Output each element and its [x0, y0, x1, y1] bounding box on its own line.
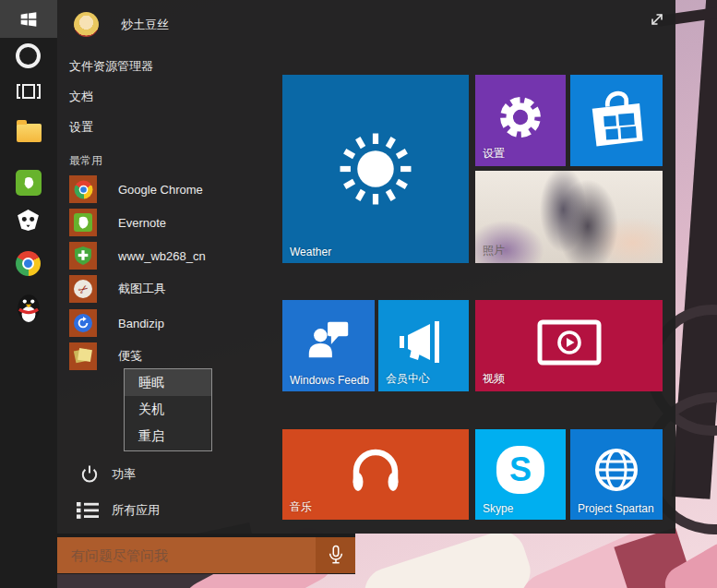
- tile-store[interactable]: [570, 75, 663, 166]
- most-used-google-chrome[interactable]: Google Chrome: [69, 174, 254, 204]
- tile-label: Skype: [483, 502, 513, 515]
- desktop: 炒土豆丝 文件资源管理器 文档 设置 最常用 Google Chrome: [0, 0, 717, 588]
- tile-music[interactable]: 音乐: [282, 429, 469, 520]
- power-label: 功率: [112, 466, 136, 483]
- expand-start-button[interactable]: [649, 11, 665, 31]
- evernote-taskbar-button[interactable]: [16, 170, 42, 196]
- cortana-icon: [16, 43, 41, 68]
- chrome-icon: [69, 175, 97, 203]
- app-label: Google Chrome: [118, 183, 203, 197]
- tile-label: Windows Feedb: [290, 374, 369, 387]
- tile-project-spartan[interactable]: Project Spartan: [570, 429, 663, 520]
- all-apps-label: 所有应用: [112, 502, 160, 519]
- app-label: Bandizip: [118, 317, 164, 330]
- tile-label: 音乐: [290, 499, 312, 515]
- search-input[interactable]: [57, 537, 316, 573]
- search-bar-container: [57, 534, 355, 574]
- tile-photos[interactable]: 照片: [475, 171, 663, 263]
- skype-letter: S: [509, 450, 532, 489]
- sticky-notes-icon: [69, 342, 97, 370]
- tile-label: Project Spartan: [578, 502, 654, 515]
- chrome-icon: [16, 251, 41, 276]
- most-used-sticky-notes[interactable]: 便笺: [69, 342, 254, 371]
- nav-documents[interactable]: 文档: [69, 89, 93, 105]
- tile-label: 照片: [483, 243, 505, 258]
- chrome-taskbar-button[interactable]: [16, 251, 41, 276]
- sun-icon: [282, 75, 469, 263]
- start-button[interactable]: [0, 0, 57, 38]
- foobar2000-button[interactable]: [16, 209, 41, 232]
- user-account-button[interactable]: 炒土豆丝: [74, 12, 169, 37]
- user-avatar: [74, 12, 99, 37]
- taskbar: [0, 0, 57, 588]
- start-menu-panel: 炒土豆丝 文件资源管理器 文档 设置 最常用 Google Chrome: [57, 0, 675, 534]
- all-apps-icon: [77, 502, 99, 519]
- tile-member-center[interactable]: 会员中心: [378, 300, 469, 391]
- tile-settings[interactable]: 设置: [475, 75, 566, 166]
- file-explorer-button[interactable]: [17, 124, 42, 142]
- all-apps-button[interactable]: 所有应用: [77, 502, 160, 519]
- app-label: 便笺: [118, 348, 142, 365]
- nav-settings[interactable]: 设置: [69, 119, 93, 136]
- wallpaper-highlight: [359, 525, 537, 588]
- most-used-header: 最常用: [69, 153, 102, 169]
- folder-icon: [17, 124, 42, 142]
- app-label: 截图工具: [118, 281, 166, 297]
- voice-search-button[interactable]: [316, 537, 355, 573]
- evernote-icon: [16, 170, 42, 196]
- tile-windows-feedback[interactable]: Windows Feedb: [282, 300, 375, 391]
- most-used-bandizip[interactable]: Bandizip: [69, 308, 254, 338]
- tile-label: 会员中心: [386, 371, 430, 387]
- tile-label: 视频: [483, 371, 505, 387]
- app-label: www_wb268_cn: [118, 249, 206, 263]
- tile-video[interactable]: 视频: [475, 300, 663, 391]
- most-used-evernote[interactable]: Evernote: [69, 208, 254, 237]
- power-menu: 睡眠 关机 重启: [124, 368, 212, 451]
- qq-button[interactable]: [15, 293, 42, 324]
- power-button[interactable]: 功率: [80, 464, 136, 484]
- tile-skype[interactable]: S Skype: [475, 429, 566, 520]
- task-view-button[interactable]: [15, 80, 42, 102]
- power-menu-restart[interactable]: 重启: [125, 423, 211, 450]
- tile-label: Weather: [290, 246, 331, 258]
- bandizip-icon: [69, 309, 97, 337]
- foobar2000-icon: [16, 209, 41, 232]
- power-menu-sleep[interactable]: 睡眠: [125, 369, 211, 396]
- nav-file-explorer[interactable]: 文件资源管理器: [69, 58, 153, 75]
- user-name: 炒土豆丝: [121, 17, 169, 33]
- cortana-button[interactable]: [16, 43, 41, 68]
- power-menu-shutdown[interactable]: 关机: [125, 396, 211, 423]
- tile-weather[interactable]: Weather: [282, 75, 469, 263]
- evernote-icon: [69, 209, 97, 236]
- diagonal-resize-icon: [649, 11, 665, 28]
- task-view-icon: [15, 80, 42, 102]
- snipping-tool-icon: ✂: [69, 275, 97, 303]
- store-bag-icon: [570, 75, 663, 166]
- search-bar: [57, 537, 355, 573]
- microphone-icon: [327, 544, 345, 567]
- app-label: Evernote: [118, 216, 166, 230]
- most-used-snipping-tool[interactable]: ✂ 截图工具: [69, 274, 254, 304]
- power-icon: [80, 464, 99, 484]
- most-used-www-wb268-cn[interactable]: www_wb268_cn: [69, 241, 254, 270]
- qq-penguin-icon: [15, 293, 42, 324]
- windows-logo-icon: [18, 10, 39, 29]
- shield-plus-icon: [69, 242, 97, 270]
- tile-label: 设置: [483, 146, 505, 162]
